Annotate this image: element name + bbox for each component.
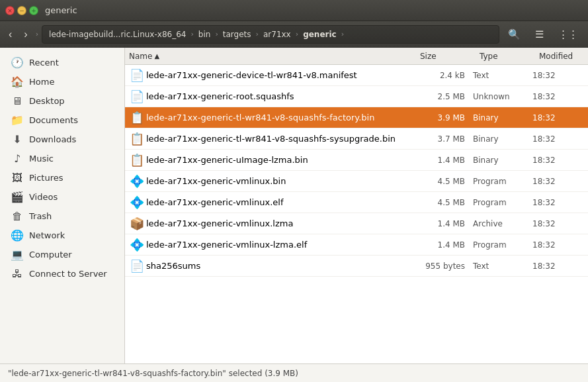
desktop-icon: 🖥 xyxy=(11,95,24,107)
file-name: lede-ar71xx-generic-root.squashfs xyxy=(146,91,413,101)
breadcrumb-item-1[interactable]: bin xyxy=(196,28,214,40)
table-row[interactable]: 📄 lede-ar71xx-generic-device-tl-wr841-v8… xyxy=(125,65,588,86)
file-type: Text xyxy=(473,71,532,80)
status-text: "lede-ar71xx-generic-tl-wr841-v8-squashf… xyxy=(8,369,298,378)
sidebar-item-computer[interactable]: 💻 Computer xyxy=(3,245,122,264)
file-name: lede-ar71xx-generic-vmlinux-lzma.elf xyxy=(146,240,413,250)
table-row[interactable]: 📋 lede-ar71xx-generic-tl-wr841-v8-squash… xyxy=(125,107,588,128)
network-icon: 🌐 xyxy=(11,229,24,242)
file-icon: 📋 xyxy=(128,153,146,167)
file-name: lede-ar71xx-generic-vmlinux.elf xyxy=(146,197,413,207)
table-row[interactable]: 📄 lede-ar71xx-generic-root.squashfs 2.5 … xyxy=(125,86,588,107)
sidebar-label-music: Music xyxy=(29,154,54,164)
breadcrumb-item-4[interactable]: generic xyxy=(300,28,339,40)
sidebar-item-connect-server[interactable]: 🖧 Connect to Server xyxy=(3,264,122,283)
sidebar-item-trash[interactable]: 🗑 Trash xyxy=(3,207,122,226)
bc-sep-0: › xyxy=(190,30,194,38)
col-header-size[interactable]: Size xyxy=(416,48,476,64)
file-icon: 📄 xyxy=(128,68,146,82)
file-name: lede-ar71xx-generic-vmlinux.lzma xyxy=(146,218,413,228)
table-row[interactable]: 💠 lede-ar71xx-generic-vmlinux.elf 4.5 MB… xyxy=(125,192,588,213)
file-modified: 18:32 xyxy=(532,134,585,144)
file-size: 3.9 MB xyxy=(413,113,473,122)
file-size: 2.4 kB xyxy=(413,71,473,80)
file-type: Text xyxy=(473,262,532,271)
main-area: 🕐 Recent 🏠 Home 🖥 Desktop 📁 Documents ⬇ … xyxy=(0,48,588,363)
file-type: Binary xyxy=(473,156,532,165)
file-modified: 18:32 xyxy=(532,198,585,207)
table-row[interactable]: 📄 sha256sums 955 bytes Text 18:32 xyxy=(125,256,588,277)
file-type: Program xyxy=(473,177,532,186)
bc-sep-3: › xyxy=(295,30,299,38)
documents-icon: 📁 xyxy=(11,114,24,126)
table-row[interactable]: 📋 lede-ar71xx-generic-tl-wr841-v8-squash… xyxy=(125,128,588,150)
breadcrumb-item-2[interactable]: targets xyxy=(220,28,254,40)
breadcrumb-item-3[interactable]: ar71xx xyxy=(261,28,294,40)
sidebar-label-desktop: Desktop xyxy=(29,96,65,106)
table-row[interactable]: 💠 lede-ar71xx-generic-vmlinux-lzma.elf 1… xyxy=(125,234,588,256)
back-button[interactable]: ‹ xyxy=(4,25,17,44)
music-icon: ♪ xyxy=(11,152,24,165)
col-header-modified[interactable]: Modified xyxy=(535,48,588,64)
file-icon: 💠 xyxy=(128,174,146,188)
file-type: Program xyxy=(473,198,532,207)
view-options-button[interactable]: ⋮⋮ xyxy=(552,25,584,44)
file-modified: 18:32 xyxy=(532,113,585,122)
server-icon: 🖧 xyxy=(11,267,24,280)
bc-sep-4: › xyxy=(341,30,345,38)
close-button[interactable]: × xyxy=(5,6,15,15)
videos-icon: 🎬 xyxy=(11,191,24,203)
file-size: 4.5 MB xyxy=(413,177,473,186)
file-icon: 📄 xyxy=(128,89,146,103)
minimize-button[interactable]: − xyxy=(17,6,26,15)
file-type: Binary xyxy=(473,113,532,122)
sidebar-label-connect-server: Connect to Server xyxy=(29,269,107,279)
sidebar-item-music[interactable]: ♪ Music xyxy=(3,149,122,168)
toolbar-right: 🔍 ☰ ⋮⋮ xyxy=(502,25,584,44)
file-icon: 📦 xyxy=(128,216,146,230)
forward-button[interactable]: › xyxy=(19,25,32,44)
file-name: lede-ar71xx-generic-vmlinux.bin xyxy=(146,176,413,186)
sidebar-item-documents[interactable]: 📁 Documents xyxy=(3,111,122,130)
home-icon: 🏠 xyxy=(11,75,24,88)
table-row[interactable]: 📋 lede-ar71xx-generic-uImage-lzma.bin 1.… xyxy=(125,150,588,171)
file-modified: 18:32 xyxy=(532,177,585,186)
file-type: Binary xyxy=(473,134,532,144)
file-type: Unknown xyxy=(473,92,532,101)
sidebar-label-documents: Documents xyxy=(29,115,78,125)
sidebar-label-recent: Recent xyxy=(29,58,59,68)
file-size: 1.4 MB xyxy=(413,240,473,250)
file-name: lede-ar71xx-generic-uImage-lzma.bin xyxy=(146,155,413,165)
table-row[interactable]: 💠 lede-ar71xx-generic-vmlinux.bin 4.5 MB… xyxy=(125,171,588,192)
file-modified: 18:32 xyxy=(532,71,585,80)
file-size: 1.4 MB xyxy=(413,156,473,165)
file-icon: 📋 xyxy=(128,111,146,124)
file-modified: 18:32 xyxy=(532,240,585,250)
view-list-button[interactable]: ☰ xyxy=(529,25,550,44)
sidebar-item-recent[interactable]: 🕐 Recent xyxy=(3,53,122,72)
computer-icon: 💻 xyxy=(11,248,24,261)
sidebar-item-network[interactable]: 🌐 Network xyxy=(3,226,122,245)
sidebar-item-home[interactable]: 🏠 Home xyxy=(3,72,122,91)
table-row[interactable]: 📦 lede-ar71xx-generic-vmlinux.lzma 1.4 M… xyxy=(125,213,588,234)
file-modified: 18:32 xyxy=(532,156,585,165)
bc-sep-1: › xyxy=(214,30,218,38)
bc-sep-2: › xyxy=(255,30,259,38)
file-icon: 💠 xyxy=(128,195,146,209)
maximize-button[interactable]: + xyxy=(29,6,38,15)
sidebar-item-downloads[interactable]: ⬇ Downloads xyxy=(3,130,122,149)
file-modified: 18:32 xyxy=(532,219,585,228)
sidebar-item-videos[interactable]: 🎬 Videos xyxy=(3,187,122,207)
file-name: lede-ar71xx-generic-tl-wr841-v8-squashfs… xyxy=(146,113,413,122)
sidebar-item-desktop[interactable]: 🖥 Desktop xyxy=(3,91,122,111)
col-header-type[interactable]: Type xyxy=(476,48,535,64)
col-header-name[interactable]: Name ▲ xyxy=(125,48,416,64)
search-button[interactable]: 🔍 xyxy=(502,25,526,44)
sidebar-label-network: Network xyxy=(29,230,65,240)
statusbar: "lede-ar71xx-generic-tl-wr841-v8-squashf… xyxy=(0,363,588,382)
pictures-icon: 🖼 xyxy=(11,171,24,184)
breadcrumb-bar: lede-imagebuild...ric.Linux-x86_64 › bin… xyxy=(42,25,499,44)
breadcrumb-item-0[interactable]: lede-imagebuild...ric.Linux-x86_64 xyxy=(46,28,189,40)
sidebar-item-pictures[interactable]: 🖼 Pictures xyxy=(3,168,122,187)
window-title: generic xyxy=(45,5,77,15)
